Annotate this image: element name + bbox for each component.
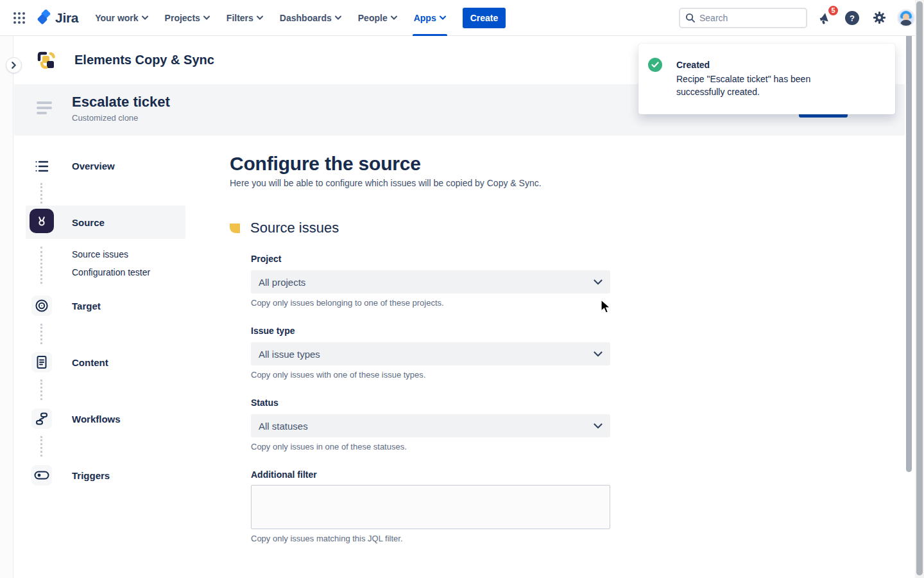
sidebar-subitem-source-issues[interactable]: Source issues bbox=[72, 249, 128, 259]
issue-type-select[interactable]: All issue types bbox=[251, 342, 610, 365]
overview-step-icon[interactable] bbox=[31, 156, 52, 177]
section-title: Source issues bbox=[250, 220, 339, 236]
content-step-icon[interactable] bbox=[31, 352, 52, 372]
jira-app-window: Jira Your work Projects Filters Dashboar… bbox=[0, 0, 924, 578]
chevron-down-icon bbox=[594, 351, 603, 357]
user-avatar[interactable] bbox=[897, 9, 915, 27]
avatar-body bbox=[900, 20, 912, 27]
toast-message: Recipe "Escalate ticket" has been succes… bbox=[676, 73, 827, 98]
status-select[interactable]: All statuses bbox=[251, 414, 610, 437]
recipe-subtitle: Customized clone bbox=[72, 113, 138, 123]
question-mark-icon: ? bbox=[844, 10, 860, 26]
gear-icon bbox=[872, 10, 887, 25]
nav-filters[interactable]: Filters bbox=[220, 0, 270, 36]
window-scrollbar-thumb[interactable] bbox=[916, 1, 923, 575]
jira-mark-icon bbox=[36, 10, 53, 26]
issue-type-help-text: Copy only issues with one of these issue… bbox=[251, 370, 425, 380]
status-help-text: Copy only issues in one of these statuse… bbox=[251, 442, 407, 451]
nav-dashboards[interactable]: Dashboards bbox=[273, 0, 348, 36]
sidebar-step-target[interactable]: Target bbox=[72, 301, 101, 311]
chevron-down-icon bbox=[391, 15, 397, 20]
drag-handle-icon[interactable] bbox=[37, 101, 53, 117]
toggle-icon bbox=[34, 470, 49, 480]
left-page-gutter bbox=[0, 36, 13, 578]
jira-logo-text: Jira bbox=[55, 10, 78, 26]
step-connector bbox=[40, 436, 42, 457]
additional-filter-help-text: Copy only issues matching this JQL filte… bbox=[251, 534, 403, 543]
notifications-button[interactable]: 5 bbox=[816, 9, 834, 27]
success-check-icon bbox=[648, 58, 662, 72]
chevron-down-icon bbox=[594, 279, 603, 285]
window-scrollbar-track bbox=[915, 0, 924, 578]
sidebar-step-workflows[interactable]: Workflows bbox=[72, 414, 121, 425]
chevron-right-icon bbox=[11, 62, 17, 69]
recipe-title: Escalate ticket bbox=[72, 94, 170, 110]
mouse-cursor bbox=[601, 299, 612, 317]
page-subtitle: Here you will be able to configure which… bbox=[230, 178, 542, 188]
step-connector bbox=[40, 324, 42, 344]
sidebar-subitem-configuration-tester[interactable]: Configuration tester bbox=[72, 267, 150, 277]
list-icon bbox=[35, 160, 49, 173]
chevron-down-icon bbox=[440, 15, 446, 20]
workflow-icon bbox=[35, 412, 49, 426]
nav-people[interactable]: People bbox=[352, 0, 404, 36]
jira-logo[interactable]: Jira bbox=[33, 10, 85, 26]
section-yellow-icon bbox=[230, 223, 240, 233]
nav-projects[interactable]: Projects bbox=[158, 0, 216, 36]
svg-text:?: ? bbox=[850, 13, 855, 23]
success-toast: Created Recipe "Escalate ticket" has bee… bbox=[638, 44, 895, 114]
status-field-label: Status bbox=[251, 398, 278, 408]
sidebar-step-content[interactable]: Content bbox=[72, 357, 108, 368]
avatar-face bbox=[903, 13, 909, 21]
top-navigation-bar: Jira Your work Projects Filters Dashboar… bbox=[0, 0, 924, 36]
step-connector bbox=[40, 380, 42, 400]
target-step-icon[interactable] bbox=[31, 295, 52, 316]
settings-button[interactable] bbox=[870, 9, 888, 27]
chevron-down-icon bbox=[142, 15, 148, 20]
chevron-down-icon bbox=[257, 15, 263, 20]
project-help-text: Copy only issues belonging to one of the… bbox=[251, 298, 444, 308]
app-switcher-icon[interactable] bbox=[9, 8, 30, 28]
help-button[interactable]: ? bbox=[843, 9, 861, 27]
additional-filter-label: Additional filter bbox=[251, 469, 317, 480]
additional-filter-input[interactable] bbox=[251, 485, 610, 529]
triggers-step-icon[interactable] bbox=[31, 465, 52, 486]
search-icon bbox=[685, 13, 695, 22]
toast-title: Created bbox=[676, 60, 710, 70]
target-icon bbox=[35, 299, 49, 313]
sidebar-step-triggers[interactable]: Triggers bbox=[72, 470, 110, 481]
elements-copy-sync-logo-icon bbox=[33, 48, 59, 73]
step-connector bbox=[40, 183, 42, 204]
app-title: Elements Copy & Sync bbox=[74, 53, 214, 67]
chevron-down-icon bbox=[203, 15, 210, 20]
project-select[interactable]: All projects bbox=[251, 270, 610, 293]
status-select-value: All statuses bbox=[259, 421, 308, 432]
project-field-label: Project bbox=[251, 254, 281, 264]
global-search[interactable] bbox=[679, 8, 807, 28]
nav-apps[interactable]: Apps bbox=[407, 0, 452, 36]
substep-connector bbox=[40, 247, 42, 284]
page-title: Configure the source bbox=[230, 153, 421, 175]
search-input[interactable] bbox=[699, 13, 796, 23]
sidebar-collapse-button[interactable] bbox=[6, 57, 22, 73]
content-scrollbar-thumb[interactable] bbox=[906, 22, 912, 472]
issue-type-field-label: Issue type bbox=[251, 326, 295, 336]
sidebar-step-overview[interactable]: Overview bbox=[72, 161, 115, 171]
chevron-down-icon bbox=[594, 423, 603, 429]
nav-your-work[interactable]: Your work bbox=[89, 0, 154, 36]
document-icon bbox=[35, 355, 48, 369]
chevron-down-icon bbox=[335, 15, 341, 20]
sidebar-step-source[interactable]: Source bbox=[72, 217, 105, 228]
workflows-step-icon[interactable] bbox=[31, 408, 52, 429]
issue-type-select-value: All issue types bbox=[259, 349, 320, 360]
notification-count-badge: 5 bbox=[827, 4, 839, 17]
create-button[interactable]: Create bbox=[463, 8, 506, 28]
source-step-icon[interactable] bbox=[30, 209, 54, 233]
source-hook-icon bbox=[35, 215, 48, 227]
project-select-value: All projects bbox=[259, 277, 305, 288]
